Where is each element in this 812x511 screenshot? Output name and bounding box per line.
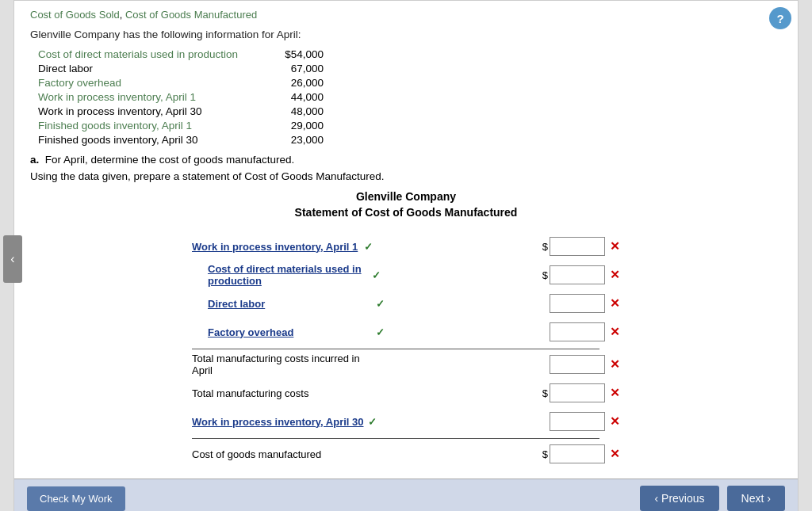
chevron-left-icon: ‹	[654, 492, 658, 505]
input-factory-overhead[interactable]	[550, 322, 605, 341]
input-wip-april30[interactable]	[550, 412, 605, 431]
input-direct-labor[interactable]	[550, 294, 605, 313]
form-row-direct-labor: Direct labor ✓ ✕	[192, 292, 620, 315]
form-row-wip-april1: Work in process inventory, April 1 ✓ $ ✕	[192, 235, 620, 258]
dollar-total-mfg: $	[542, 387, 548, 399]
breadcrumb-link-2[interactable]: Cost of Goods Manufactured	[125, 9, 257, 21]
x-cost-goods-mfg: ✕	[610, 447, 620, 461]
company-name: Glenville Company	[30, 190, 782, 203]
form-section: Work in process inventory, April 1 ✓ $ ✕…	[192, 235, 620, 466]
check-wip-april30: ✓	[368, 416, 377, 428]
value-direct-materials: $54,000	[260, 48, 324, 60]
check-factory-overhead: ✓	[376, 326, 385, 338]
input-direct-materials[interactable]	[550, 265, 605, 284]
nav-buttons: ‹ Previous Next ›	[640, 486, 785, 511]
data-table: Cost of direct materials used in product…	[38, 48, 782, 146]
help-button[interactable]: ?	[769, 7, 791, 29]
form-label-total-mfg: Total manufacturing costs	[192, 387, 367, 399]
form-row-factory-overhead: Factory overhead ✓ ✕	[192, 320, 620, 344]
dollar-wip-april1: $	[542, 241, 548, 253]
label-fg-april30: Finished goods inventory, April 30	[38, 134, 260, 146]
data-row-5: Work in process inventory, April 30 48,0…	[38, 105, 782, 117]
x-direct-labor: ✕	[610, 296, 620, 311]
next-label: Next	[741, 492, 764, 505]
check-direct-materials: ✓	[372, 269, 381, 281]
form-label-direct-materials[interactable]: Cost of direct materials used in product…	[208, 263, 369, 287]
footer-bar: Check My Work ‹ Previous Next ›	[14, 479, 798, 511]
data-row-7: Finished goods inventory, April 30 23,00…	[38, 134, 782, 146]
x-total-mfg-incurred: ✕	[610, 357, 620, 372]
check-direct-labor: ✓	[376, 298, 385, 310]
form-label-wip-april30[interactable]: Work in process inventory, April 30	[192, 416, 365, 428]
value-wip-april30: 48,000	[260, 105, 324, 117]
previous-label: Previous	[661, 492, 704, 505]
intro-text: Glenville Company has the following info…	[30, 29, 782, 40]
data-row-4: Work in process inventory, April 1 44,00…	[38, 91, 782, 103]
form-row-wip-april30: Work in process inventory, April 30 ✓ ✕	[192, 410, 620, 433]
chevron-right-icon: ›	[767, 492, 771, 505]
data-row-3: Factory overhead 26,000	[38, 77, 782, 89]
form-label-cost-goods-mfg: Cost of goods manufactured	[192, 448, 367, 460]
input-total-mfg[interactable]	[550, 383, 605, 402]
dollar-cost-goods-mfg: $	[542, 448, 548, 460]
instruction-b: Using the data given, prepare a statemen…	[30, 170, 782, 182]
input-total-mfg-incurred[interactable]	[550, 355, 605, 374]
next-button[interactable]: Next ›	[727, 486, 785, 511]
input-cost-goods-mfg[interactable]	[550, 444, 605, 463]
left-nav-button[interactable]: ‹	[3, 235, 22, 283]
value-factory-overhead: 26,000	[260, 77, 324, 89]
x-factory-overhead: ✕	[610, 325, 620, 339]
form-label-direct-labor[interactable]: Direct labor	[208, 298, 373, 310]
check-my-work-button[interactable]: Check My Work	[27, 486, 125, 511]
label-fg-april1: Finished goods inventory, April 1	[38, 120, 260, 132]
x-direct-materials: ✕	[610, 268, 620, 282]
breadcrumb-link-1[interactable]: Cost of Goods Sold	[30, 9, 120, 21]
form-row-total-mfg: Total manufacturing costs $ ✕	[192, 381, 620, 405]
instruction-a: a. For April, determine the cost of good…	[30, 154, 782, 166]
value-fg-april30: 23,000	[260, 134, 324, 146]
form-row-cost-goods-mfg: Cost of goods manufactured $ ✕	[192, 442, 620, 466]
value-fg-april1: 29,000	[260, 120, 324, 132]
label-wip-april30: Work in process inventory, April 30	[38, 105, 260, 117]
label-direct-labor: Direct labor	[38, 63, 260, 74]
data-row-6: Finished goods inventory, April 1 29,000	[38, 120, 782, 132]
x-wip-april1: ✕	[610, 239, 620, 254]
breadcrumb: Cost of Goods Sold, Cost of Goods Manufa…	[30, 9, 782, 21]
previous-button[interactable]: ‹ Previous	[640, 486, 718, 511]
form-label-factory-overhead[interactable]: Factory overhead	[208, 326, 373, 338]
x-total-mfg: ✕	[610, 386, 620, 400]
label-factory-overhead: Factory overhead	[38, 77, 260, 89]
value-direct-labor: 67,000	[260, 63, 324, 74]
dollar-direct-materials: $	[542, 269, 548, 281]
input-wip-april1[interactable]	[550, 237, 605, 256]
data-row-1: Cost of direct materials used in product…	[38, 48, 782, 60]
label-direct-materials: Cost of direct materials used in product…	[38, 48, 260, 60]
label-wip-april1: Work in process inventory, April 1	[38, 91, 260, 103]
form-row-direct-materials: Cost of direct materials used in product…	[192, 263, 620, 287]
statement-title: Statement of Cost of Goods Manufactured	[30, 206, 782, 219]
check-wip-april1: ✓	[364, 241, 373, 253]
data-row-2: Direct labor 67,000	[38, 63, 782, 74]
form-label-wip-april1[interactable]: Work in process inventory, April 1	[192, 241, 361, 253]
form-label-total-mfg-incurred: Total manufacturing costs incurred in Ap…	[192, 353, 371, 376]
x-wip-april30: ✕	[610, 414, 620, 429]
form-row-total-mfg-incurred: Total manufacturing costs incurred in Ap…	[192, 353, 620, 376]
value-wip-april1: 44,000	[260, 91, 324, 103]
